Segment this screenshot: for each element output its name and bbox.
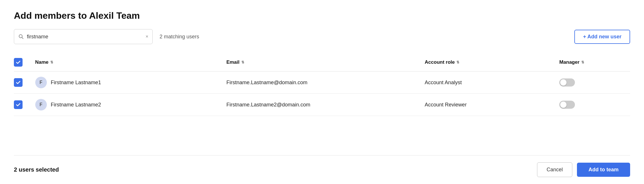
row2-avatar: F xyxy=(35,99,47,110)
cancel-button[interactable]: Cancel xyxy=(537,162,572,177)
row2-name-cell: F Firstname Lastname2 xyxy=(35,94,227,116)
users-table-container: Name ⇅ Email ⇅ Account role ⇅ xyxy=(14,53,630,153)
row1-avatar: F xyxy=(35,77,47,88)
row2-email: Firstname.Lastname2@domain.com xyxy=(226,94,425,116)
footer-buttons: Cancel Add to team xyxy=(537,162,630,177)
svg-line-1 xyxy=(22,37,23,39)
row1-manager-toggle[interactable] xyxy=(559,72,630,94)
users-table: Name ⇅ Email ⇅ Account role ⇅ xyxy=(14,53,630,116)
account-role-column-header[interactable]: Account role ⇅ xyxy=(425,53,559,72)
manager-column-header[interactable]: Manager ⇅ xyxy=(559,53,630,72)
selected-count: 2 users selected xyxy=(14,166,59,173)
row2-manager-toggle[interactable] xyxy=(559,94,630,116)
search-box: × xyxy=(14,29,153,44)
search-input[interactable] xyxy=(27,34,143,40)
match-count: 2 matching users xyxy=(160,34,199,40)
add-to-team-button[interactable]: Add to team xyxy=(577,163,630,177)
manager-sort-icon: ⇅ xyxy=(581,60,584,64)
email-sort-icon: ⇅ xyxy=(241,60,244,64)
role-sort-icon: ⇅ xyxy=(456,60,459,64)
name-column-header[interactable]: Name ⇅ xyxy=(35,53,227,72)
table-row: F Firstname Lastname2 Firstname.Lastname… xyxy=(14,94,630,116)
row1-email: Firstname.Lastname@domain.com xyxy=(226,72,425,94)
row1-name: Firstname Lastname1 xyxy=(51,80,101,86)
table-row: F Firstname Lastname1 Firstname.Lastname… xyxy=(14,72,630,94)
footer: 2 users selected Cancel Add to team xyxy=(14,155,630,184)
row2-account-role: Account Reviewer xyxy=(425,94,559,116)
email-column-header[interactable]: Email ⇅ xyxy=(226,53,425,72)
select-all-header[interactable] xyxy=(14,53,35,72)
page-title: Add members to Alexil Team xyxy=(14,10,630,21)
row2-checkbox[interactable] xyxy=(14,94,35,116)
row1-checkbox[interactable] xyxy=(14,72,35,94)
add-new-user-button[interactable]: + Add new user xyxy=(574,30,630,44)
name-sort-icon: ⇅ xyxy=(50,60,53,64)
search-icon xyxy=(18,34,24,40)
row1-name-cell: F Firstname Lastname1 xyxy=(35,72,227,94)
row1-account-role: Account Analyst xyxy=(425,72,559,94)
toolbar: × 2 matching users + Add new user xyxy=(14,29,630,44)
clear-search-icon[interactable]: × xyxy=(146,34,148,39)
row2-name: Firstname Lastname2 xyxy=(51,102,101,108)
